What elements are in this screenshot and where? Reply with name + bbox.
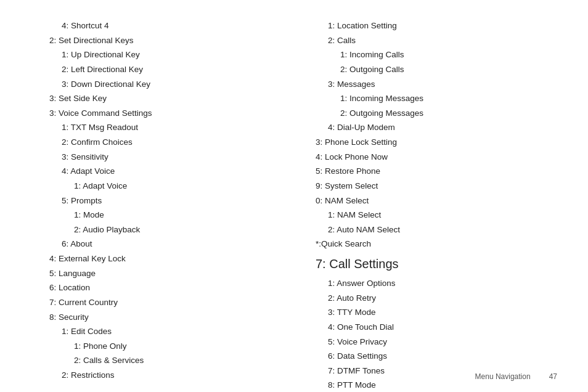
menu-item: 2: Restrictions bbox=[62, 368, 291, 383]
menu-item: 4: Shortcut 4 bbox=[62, 18, 291, 33]
menu-item: 3: Voice Command Settings bbox=[49, 106, 291, 121]
menu-item: 2: Auto Retry bbox=[328, 291, 557, 306]
menu-item: 1: Mode bbox=[74, 208, 291, 223]
menu-item: 2: Audio Playback bbox=[74, 223, 291, 237]
menu-item: 5: Voice Privacy bbox=[328, 335, 557, 349]
menu-item: 5: Language bbox=[49, 266, 291, 281]
menu-item: 2: Left Directional Key bbox=[62, 62, 291, 77]
menu-item: 1: Incoming Calls bbox=[340, 47, 557, 62]
menu-item: 6: Data Settings bbox=[328, 349, 557, 364]
menu-item: 7: Current Country bbox=[49, 295, 291, 310]
menu-item: 2: Set Directional Keys bbox=[49, 33, 291, 48]
menu-item: 3: Set Side Key bbox=[49, 91, 291, 106]
left-column: 4: Shortcut 42: Set Directional Keys1: U… bbox=[49, 18, 303, 374]
footer: Menu Navigation 47 bbox=[475, 372, 557, 381]
menu-item: 1: NAM Select bbox=[328, 208, 557, 223]
menu-item: 5: Restore Phone bbox=[316, 164, 557, 179]
menu-item: 2: Outgoing Messages bbox=[340, 106, 557, 121]
menu-item: 1: Edit Codes bbox=[62, 324, 291, 339]
footer-page: 47 bbox=[549, 372, 557, 381]
menu-item: 0: NAM Select bbox=[316, 194, 557, 208]
menu-item: 1: Answer Options bbox=[328, 276, 557, 291]
menu-item: 2: Calls & Services bbox=[74, 353, 291, 368]
footer-label: Menu Navigation bbox=[475, 372, 531, 381]
menu-item: 7: Call Settings bbox=[316, 251, 557, 276]
menu-item: 2: Confirm Choices bbox=[62, 135, 291, 150]
menu-item: 2: Outgoing Calls bbox=[340, 62, 557, 77]
menu-item: 8: Security bbox=[49, 310, 291, 325]
menu-item: 1: Adapt Voice bbox=[74, 179, 291, 194]
menu-item: 2: Auto NAM Select bbox=[328, 223, 557, 237]
menu-item: 3: Sensitivity bbox=[62, 150, 291, 165]
menu-item: 6: Location bbox=[49, 280, 291, 295]
menu-item: 4: External Key Lock bbox=[49, 251, 291, 266]
menu-item: 1: Up Directional Key bbox=[62, 47, 291, 62]
menu-item: 4: Lock Phone Now bbox=[316, 150, 557, 165]
page-content: 4: Shortcut 42: Set Directional Keys1: U… bbox=[0, 0, 588, 392]
menu-item: 2: Calls bbox=[328, 33, 557, 48]
menu-item: 1: Incoming Messages bbox=[340, 91, 557, 106]
menu-item: 3: Messages bbox=[328, 77, 557, 92]
menu-item: 4: Dial-Up Modem bbox=[328, 120, 557, 135]
menu-item: 1: Phone Only bbox=[74, 339, 291, 354]
menu-item: 4: Adapt Voice bbox=[62, 164, 291, 179]
menu-item: 3: Phone Lock Setting bbox=[316, 135, 557, 150]
menu-item: 6: About bbox=[62, 237, 291, 251]
menu-item: 3: Down Directional Key bbox=[62, 77, 291, 92]
menu-item: 4: One Touch Dial bbox=[328, 320, 557, 335]
menu-item: 9: System Select bbox=[316, 179, 557, 194]
menu-item: 5: Prompts bbox=[62, 194, 291, 208]
menu-item: 1: Location Setting bbox=[328, 18, 557, 33]
menu-item: *:Quick Search bbox=[316, 237, 557, 251]
menu-item: 1: TXT Msg Readout bbox=[62, 120, 291, 135]
right-column: 1: Location Setting2: Calls1: Incoming C… bbox=[303, 18, 557, 374]
menu-item: 3: TTY Mode bbox=[328, 305, 557, 320]
